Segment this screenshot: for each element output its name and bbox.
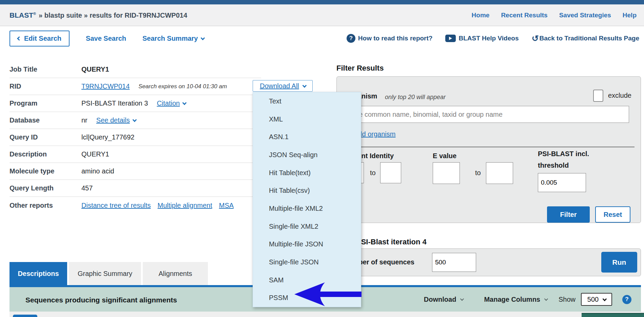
organism-input[interactable] bbox=[343, 106, 629, 123]
rid-link[interactable]: T9RNJCWP014 bbox=[81, 82, 130, 90]
evalue-from-input[interactable] bbox=[433, 162, 460, 184]
menu-item-asn1[interactable]: ASN.1 bbox=[253, 128, 361, 146]
action-right: ? How to read this report? BLAST Help Vi… bbox=[347, 34, 639, 43]
save-search-label: Save Search bbox=[86, 35, 126, 42]
database-value: nr bbox=[81, 116, 87, 124]
run-button[interactable]: Run bbox=[601, 252, 637, 273]
menu-item-text[interactable]: Text bbox=[253, 92, 361, 110]
citation-label: Citation bbox=[157, 99, 180, 107]
menu-item-json-seq-align[interactable]: JSON Seq-align bbox=[253, 146, 361, 164]
job-title-value: QUERY1 bbox=[81, 66, 109, 73]
menu-item-single-file-xml2[interactable]: Single-file XML2 bbox=[253, 218, 361, 236]
nav-saved-strategies[interactable]: Saved Strategies bbox=[559, 12, 611, 19]
chevron-down-icon bbox=[132, 118, 137, 122]
multiple-alignment-link[interactable]: Multiple alignment bbox=[158, 202, 212, 209]
edit-search-label: Edit Search bbox=[24, 35, 61, 42]
menu-item-single-file-json[interactable]: Single-file JSON bbox=[253, 253, 361, 271]
nav-home[interactable]: Home bbox=[472, 12, 490, 19]
menu-item-multiple-file-xml2[interactable]: Multiple-file XML2 bbox=[253, 200, 361, 218]
search-summary-link[interactable]: Search Summary bbox=[142, 35, 204, 42]
manage-columns-label: Manage Columns bbox=[484, 296, 540, 303]
results-title: Sequences producing significant alignmen… bbox=[25, 296, 177, 304]
download-all-menu: Text XML ASN.1 JSON Seq-align Hit Table(… bbox=[253, 92, 361, 307]
breadcrumb: BLAST® » blastp suite » results for RID-… bbox=[9, 11, 187, 19]
exclude-label: exclude bbox=[608, 92, 631, 99]
back-arrow-icon: ↺ bbox=[531, 34, 539, 43]
menu-item-pssm[interactable]: PSSM bbox=[253, 289, 361, 307]
table-row-job-title: Job Title QUERY1 bbox=[9, 61, 261, 78]
chevron-down-icon bbox=[201, 36, 205, 40]
evalue-to-input[interactable] bbox=[486, 162, 513, 184]
menu-item-xml[interactable]: XML bbox=[253, 110, 361, 128]
download-all-button[interactable]: Download All bbox=[253, 80, 313, 92]
nav-help[interactable]: Help bbox=[623, 12, 637, 19]
evalue-label: E value bbox=[433, 152, 456, 160]
help-videos-label: BLAST Help Videos bbox=[458, 35, 519, 42]
top-accent-bar bbox=[0, 0, 644, 4]
how-to-read-link[interactable]: ? How to read this report? bbox=[347, 34, 433, 43]
select-all-checkbox-partial[interactable] bbox=[13, 315, 37, 317]
citation-link[interactable]: Citation bbox=[157, 99, 186, 107]
help-videos-link[interactable]: BLAST Help Videos bbox=[445, 35, 519, 42]
video-play-icon bbox=[445, 35, 456, 42]
psiblast-iteration-heading: PSI-Blast iteration 4 bbox=[356, 238, 427, 246]
exclude-checkbox[interactable] bbox=[593, 90, 603, 102]
menu-item-hit-table-csv[interactable]: Hit Table(csv) bbox=[253, 182, 361, 200]
tab-graphic-summary[interactable]: Graphic Summary bbox=[69, 262, 141, 285]
results-controls: Download Manage Columns Show 500 ? bbox=[424, 287, 631, 312]
show-label: Show bbox=[559, 296, 575, 303]
see-details-link[interactable]: See details bbox=[96, 116, 136, 124]
registered-mark: ® bbox=[33, 12, 36, 16]
psiblast-threshold-input[interactable] bbox=[538, 173, 586, 192]
query-id-value: lcl|Query_177692 bbox=[81, 133, 134, 141]
msa-viewer-link[interactable]: MSA bbox=[219, 202, 234, 209]
to-label: to bbox=[475, 169, 481, 177]
psiblast-threshold-label-line1: PSI-BLAST incl. bbox=[538, 150, 589, 158]
blast-logo[interactable]: BLAST® bbox=[9, 11, 36, 19]
question-circle-icon: ? bbox=[347, 34, 355, 43]
menu-item-sam[interactable]: SAM bbox=[253, 271, 361, 289]
table-row-rid: RID T9RNJCWP014 Search expires on 10-04 … bbox=[9, 78, 261, 95]
top-nav: Home Recent Results Saved Strategies Hel… bbox=[472, 12, 637, 19]
number-of-sequences-input[interactable] bbox=[432, 253, 476, 272]
tab-descriptions[interactable]: Descriptions bbox=[9, 262, 67, 285]
percent-identity-to-input[interactable] bbox=[380, 162, 401, 183]
menu-item-hit-table-text[interactable]: Hit Table(text) bbox=[253, 164, 361, 182]
psiblast-iteration-panel: Number of sequences Run bbox=[336, 248, 641, 276]
action-left: Edit Search Save Search Search Summary bbox=[9, 31, 204, 46]
table-row-molecule-type: Molecule type amino acid bbox=[9, 163, 261, 180]
menu-item-multiple-file-json[interactable]: Multiple-file JSON bbox=[253, 235, 361, 253]
program-value: PSI-BLAST Iteration 3 bbox=[81, 99, 148, 107]
help-icon[interactable]: ? bbox=[622, 295, 631, 304]
tab-alignments[interactable]: Alignments bbox=[143, 262, 208, 285]
table-header-partial bbox=[582, 313, 644, 317]
bottom-strip bbox=[9, 312, 644, 317]
rid-label: RID bbox=[9, 82, 81, 90]
save-search-link[interactable]: Save Search bbox=[86, 35, 126, 42]
query-id-label: Query ID bbox=[9, 133, 81, 141]
psiblast-threshold-label-line2: threshold bbox=[538, 162, 569, 169]
action-row: Edit Search Save Search Search Summary ?… bbox=[0, 29, 644, 48]
job-title-label: Job Title bbox=[9, 66, 81, 73]
database-label: Database bbox=[9, 116, 81, 124]
distance-tree-link[interactable]: Distance tree of results bbox=[81, 202, 151, 209]
back-traditional-link[interactable]: ↺ Back to Traditional Results Page bbox=[531, 34, 639, 43]
chevron-left-icon bbox=[17, 36, 21, 41]
search-summary-label: Search Summary bbox=[142, 35, 198, 42]
blast-logo-text: BLAST bbox=[9, 11, 33, 19]
chevron-down-icon bbox=[460, 297, 464, 301]
show-count-value: 500 bbox=[587, 296, 599, 303]
chevron-down-icon bbox=[182, 101, 187, 105]
manage-columns-menu[interactable]: Manage Columns bbox=[484, 296, 547, 303]
reset-button[interactable]: Reset bbox=[595, 206, 630, 223]
table-row-database: Database nr See details bbox=[9, 112, 261, 129]
description-label: Description bbox=[9, 150, 81, 158]
results-download-menu[interactable]: Download bbox=[424, 296, 463, 303]
filter-button[interactable]: Filter bbox=[547, 206, 590, 223]
table-row-query-id: Query ID lcl|Query_177692 bbox=[9, 129, 261, 146]
breadcrumb-text: » blastp suite » results for RID-T9RNJCW… bbox=[39, 12, 187, 19]
table-row-description: Description QUERY1 bbox=[9, 146, 261, 163]
edit-search-button[interactable]: Edit Search bbox=[9, 31, 70, 46]
nav-recent-results[interactable]: Recent Results bbox=[501, 12, 547, 19]
show-count-select[interactable]: 500 bbox=[581, 293, 612, 306]
